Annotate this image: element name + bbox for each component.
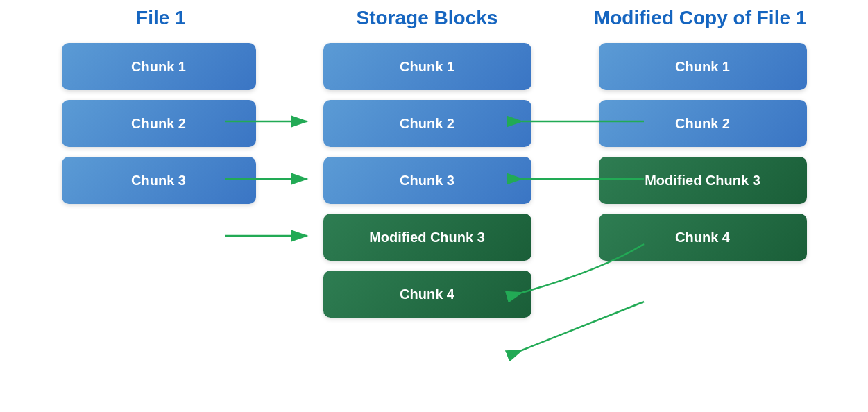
headers: File 1 Storage Blocks Modified Copy of F… [0, 7, 868, 29]
mid-chunk1: Chunk 1 [323, 43, 531, 90]
mid-chunk3: Chunk 3 [323, 157, 531, 204]
right-mod-chunk3: Modified Chunk 3 [599, 157, 807, 204]
middle-header: Storage Blocks [323, 7, 531, 29]
left-header: File 1 [57, 7, 265, 29]
right-chunk2: Chunk 2 [599, 100, 807, 147]
left-chunk1: Chunk 1 [62, 43, 256, 90]
mid-chunk4: Chunk 4 [323, 271, 531, 318]
left-chunk3: Chunk 3 [62, 157, 256, 204]
right-chunk1: Chunk 1 [599, 43, 807, 90]
middle-column: Chunk 1 Chunk 2 Chunk 3 Modified Chunk 3… [323, 43, 531, 318]
mid-chunk2: Chunk 2 [323, 100, 531, 147]
left-column: Chunk 1 Chunk 2 Chunk 3 [62, 43, 256, 204]
left-chunk2: Chunk 2 [62, 100, 256, 147]
right-column: Chunk 1 Chunk 2 Modified Chunk 3 Chunk 4 [599, 43, 807, 261]
right-chunk4: Chunk 4 [599, 214, 807, 261]
mid-mod-chunk3: Modified Chunk 3 [323, 214, 531, 261]
body-area: Chunk 1 Chunk 2 Chunk 3 Chunk 1 Chunk 2 … [0, 43, 868, 318]
diagram: File 1 Storage Blocks Modified Copy of F… [0, 0, 868, 412]
right-header: Modified Copy of File 1 [589, 7, 811, 29]
